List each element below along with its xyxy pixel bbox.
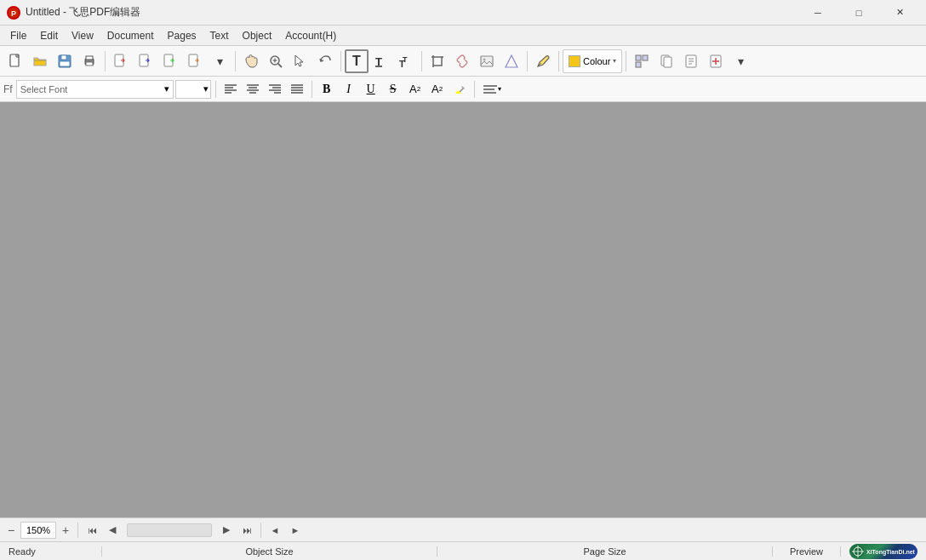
toolbar-sep-7: [626, 51, 626, 71]
text2-tool-button[interactable]: T: [369, 49, 393, 73]
undo-button[interactable]: [313, 49, 337, 73]
status-watermark: XiTongTianDi.net: [841, 544, 926, 559]
font-size-arrow: ▾: [203, 83, 209, 94]
watermark-logo: XiTongTianDi.net: [849, 544, 917, 559]
font-icon: Ff: [3, 83, 13, 95]
select-tool-button[interactable]: [289, 49, 312, 73]
font-select-placeholder: Select Font: [20, 84, 68, 94]
svg-rect-26: [481, 56, 493, 66]
italic-button[interactable]: I: [339, 79, 359, 100]
fmt-sep-3: [474, 81, 475, 98]
svg-rect-4: [61, 55, 66, 60]
svg-rect-31: [636, 62, 641, 67]
maximize-button[interactable]: □: [839, 0, 878, 26]
scroll-left-button[interactable]: ◄: [266, 521, 284, 540]
window-controls: ─ □ ✕: [798, 0, 919, 26]
svg-point-27: [483, 58, 486, 60]
subscript-button[interactable]: A2: [427, 79, 448, 100]
toolbar-sep-3: [340, 51, 341, 71]
bold-button[interactable]: B: [317, 79, 337, 100]
colour-dropdown-arrow: ▾: [613, 57, 616, 65]
next-page-button[interactable]: ▶: [217, 521, 236, 540]
menu-text[interactable]: Text: [203, 26, 236, 45]
right-tool-4[interactable]: [704, 49, 728, 73]
toolbar-sep-2: [235, 51, 236, 71]
scroll-right-button[interactable]: ►: [286, 521, 305, 540]
status-object-size: Object Size: [102, 546, 437, 557]
save-button[interactable]: [53, 49, 77, 73]
zoom-level-display: 150%: [20, 522, 56, 539]
right-toolbar-more[interactable]: ▾: [729, 49, 752, 73]
print-button[interactable]: [77, 49, 101, 73]
export-button[interactable]: [134, 49, 157, 73]
zoom-in-button[interactable]: +: [58, 523, 73, 538]
export3-button[interactable]: [183, 49, 207, 73]
menu-object[interactable]: Object: [236, 26, 279, 45]
crop-button[interactable]: [426, 49, 449, 73]
menu-file[interactable]: File: [3, 26, 33, 45]
toolbar-sep-6: [558, 51, 559, 71]
fmt-sep-2: [312, 81, 312, 98]
toolbar-sep-1: [105, 51, 106, 71]
svg-text:P: P: [11, 9, 16, 18]
underline-button[interactable]: U: [361, 79, 381, 100]
text3-tool-button[interactable]: T T: [394, 49, 418, 73]
svg-line-14: [278, 64, 282, 67]
superscript-button[interactable]: A2: [405, 79, 426, 100]
colour-button[interactable]: Colour ▾: [563, 49, 622, 73]
new-button[interactable]: [3, 49, 27, 73]
colour-label: Colour: [583, 56, 610, 66]
zoom-out-button[interactable]: −: [3, 523, 19, 538]
prev-page-button[interactable]: ◀: [103, 521, 122, 540]
highlight-button[interactable]: [449, 79, 470, 100]
colour-swatch: [569, 55, 580, 67]
status-ready: Ready: [0, 546, 102, 557]
align-right-button[interactable]: [265, 79, 285, 100]
format-toolbar: Ff Select Font ▾ ▾: [0, 77, 926, 102]
hand-tool-button[interactable]: [239, 49, 263, 73]
menu-pages[interactable]: Pages: [161, 26, 203, 45]
right-tool-1[interactable]: [630, 49, 654, 73]
strikethrough-button[interactable]: S: [383, 79, 403, 100]
svg-rect-8: [86, 62, 93, 66]
export2-button[interactable]: [158, 49, 182, 73]
toolbar-more-button[interactable]: ▾: [208, 49, 232, 73]
svg-rect-21: [433, 57, 442, 66]
last-page-button[interactable]: ⏭: [237, 521, 256, 540]
toolbar-sep-5: [527, 51, 528, 71]
menu-document[interactable]: Document: [100, 26, 161, 45]
status-bar: Ready Object Size Page Size Preview XiTo…: [0, 541, 926, 560]
menu-account[interactable]: Account(H): [278, 26, 343, 45]
font-size-selector[interactable]: ▾: [175, 80, 211, 99]
zoom-tool-button[interactable]: [264, 49, 288, 73]
window-title: Untitled - 飞思PDF编辑器: [26, 5, 798, 20]
menu-view[interactable]: View: [65, 26, 100, 45]
canvas-area[interactable]: [0, 102, 926, 517]
title-bar: P Untitled - 飞思PDF编辑器 ─ □ ✕: [0, 0, 926, 26]
nav-sep-1: [77, 523, 78, 538]
image-button[interactable]: [475, 49, 499, 73]
status-page-size: Page Size: [437, 546, 773, 557]
right-tool-3[interactable]: [679, 49, 703, 73]
open-button[interactable]: [28, 49, 52, 73]
page-slider[interactable]: [127, 523, 212, 537]
svg-text:XiTongTianDi.net: XiTongTianDi.net: [866, 549, 916, 556]
pen-tool-button[interactable]: [531, 49, 555, 73]
minimize-button[interactable]: ─: [798, 0, 837, 26]
align-left-button[interactable]: [220, 79, 241, 100]
first-page-button[interactable]: ⏮: [83, 521, 101, 540]
shape-button[interactable]: [500, 49, 523, 73]
import-button[interactable]: [109, 49, 133, 73]
app-icon: P: [7, 6, 20, 20]
align-center-button[interactable]: [243, 79, 263, 100]
text-tool-button[interactable]: T: [345, 49, 369, 73]
right-tool-2[interactable]: [654, 49, 678, 73]
menu-edit[interactable]: Edit: [33, 26, 65, 45]
main-toolbar: ▾ T T T T: [0, 46, 926, 77]
close-button[interactable]: ✕: [880, 0, 919, 26]
align-justify-button[interactable]: [287, 79, 307, 100]
link-button[interactable]: [450, 49, 474, 73]
font-selector[interactable]: Select Font ▾: [16, 80, 174, 99]
font-select-arrow: ▾: [164, 83, 169, 94]
list-style-button[interactable]: ▾: [479, 79, 505, 100]
